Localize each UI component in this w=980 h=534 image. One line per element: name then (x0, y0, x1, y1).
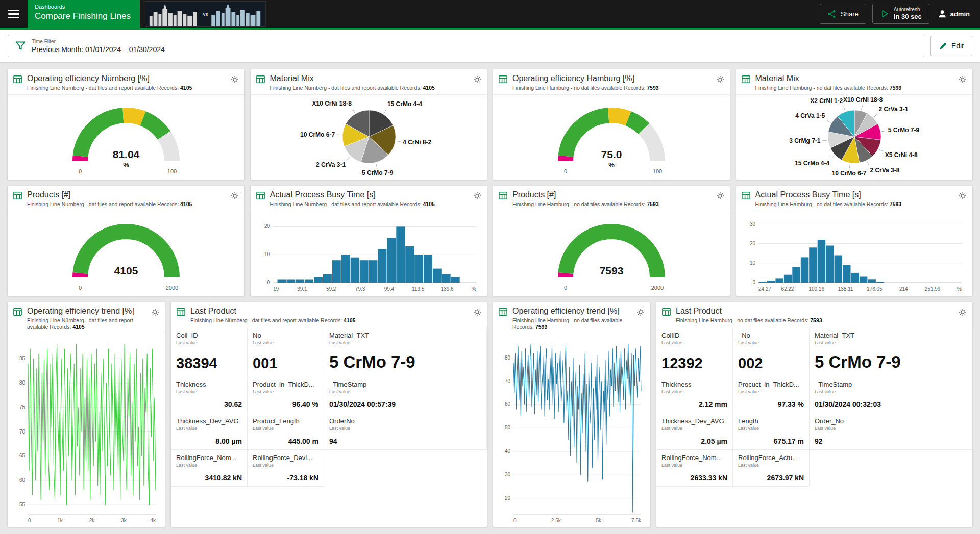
time-filter-label: Time Filter (32, 39, 165, 44)
busy-time-histogram: 010203024.2762.22100.16138.11176.0521425… (740, 212, 969, 294)
svg-text:5 CrMo 7-9: 5 CrMo 7-9 (888, 127, 919, 134)
gear-icon[interactable] (473, 191, 482, 200)
time-filter-value: Previous Month: 01/01/2024 – 01/30/2024 (32, 45, 165, 54)
gear-icon[interactable] (716, 75, 725, 84)
stat-sublabel: Last value (176, 389, 242, 394)
svg-text:X10 CrNi 18-8: X10 CrNi 18-8 (312, 100, 352, 107)
header-actions: Share Autorefresh In 30 sec admin (820, 4, 972, 24)
gear-icon[interactable] (230, 75, 239, 84)
card-title: Products [#] (512, 190, 711, 199)
funnel-icon (14, 40, 27, 52)
busy-time-histogram: 010201939.159.279.399.4119.5139.6% (255, 212, 483, 294)
svg-text:2000: 2000 (166, 285, 178, 291)
svg-text:X5 CrNi 4-8: X5 CrNi 4-8 (885, 152, 917, 159)
gear-icon[interactable] (473, 308, 482, 317)
table-icon (498, 307, 508, 317)
stat-value: 2673.97 kN (738, 474, 804, 482)
gear-icon[interactable] (230, 191, 239, 200)
stat-tile: RollingForce_Nom...Last value3410.82 kN (171, 450, 248, 487)
card-material-mix-nuernberg: Material Mix Finishing Line Nürnberg - d… (251, 69, 487, 180)
svg-text:24.27: 24.27 (758, 286, 771, 292)
stat-sublabel: Last value (253, 463, 318, 468)
stat-label: CoilID (662, 332, 727, 339)
card-title: Operating efficiency Hamburg [%] (512, 74, 711, 83)
dashboard-row-3: Operating efficiency trend [%] Finishing… (8, 302, 972, 527)
svg-text:10 CrMo 6-7: 10 CrMo 6-7 (831, 170, 866, 177)
stat-label: Thickness_Dev_AVG (176, 417, 242, 425)
svg-text:176.05: 176.05 (867, 286, 883, 292)
svg-text:2.5k: 2.5k (551, 518, 561, 523)
svg-text:0: 0 (513, 518, 517, 523)
stat-label: No (253, 332, 318, 339)
app-header: Dashboards Compare Finishing Lines v (0, 0, 980, 28)
table-icon (741, 74, 751, 84)
stat-value: 002 (738, 355, 804, 372)
stat-value: 97.33 % (738, 400, 804, 409)
svg-text:1k: 1k (57, 518, 63, 523)
user-menu[interactable]: admin (936, 9, 972, 18)
stat-tile: CoilIDLast value12392 (656, 327, 733, 376)
card-title: Last Product (190, 307, 468, 316)
page-title: Compare Finishing Lines (35, 11, 131, 21)
products-gauge: 410502000 (12, 212, 240, 294)
gear-icon[interactable] (958, 75, 967, 84)
gear-icon[interactable] (636, 308, 645, 317)
stat-label: RollingForce_Nom... (662, 454, 727, 462)
svg-text:119.5: 119.5 (412, 286, 425, 292)
stat-sublabel: Last value (738, 426, 804, 431)
gear-icon[interactable] (958, 191, 967, 200)
svg-text:75.0: 75.0 (601, 148, 622, 160)
svg-text:0: 0 (564, 285, 567, 291)
stat-tile: RollingForce_Nom...Last value2633.33 kN (656, 450, 733, 487)
card-title: Operating efficiency trend [%] (27, 307, 146, 316)
gear-icon[interactable] (958, 308, 967, 317)
stat-label: Thickness (176, 380, 242, 388)
last-product-grid: Coil_IDLast value38394NoLast value001Mat… (171, 327, 487, 487)
card-subtitle: Finishing Line Nürnberg - dat files and … (27, 201, 226, 208)
svg-text:85: 85 (19, 355, 26, 361)
user-name: admin (950, 10, 970, 18)
edit-button[interactable]: Edit (930, 36, 972, 56)
stat-tile: Procuct_in_ThickD...Last value97.33 % (733, 376, 810, 413)
pencil-icon (939, 42, 947, 50)
stat-label: RollingForce_Devi... (253, 454, 318, 462)
gear-icon[interactable] (716, 191, 725, 200)
menu-button[interactable] (0, 0, 28, 28)
card-subtitle: Finishing Line Nürnberg - dat files and … (27, 317, 146, 330)
svg-text:19: 19 (273, 286, 279, 292)
stat-label: OrderNo (329, 417, 481, 425)
products-gauge: 759302000 (497, 212, 726, 294)
card-title: Material Mix (755, 74, 954, 83)
stat-value: 12392 (662, 355, 727, 372)
stat-sublabel: Last value (329, 389, 481, 394)
svg-text:15 CrMo 4-4: 15 CrMo 4-4 (387, 101, 422, 108)
table-icon (498, 74, 508, 84)
stat-tile: Coil_IDLast value38394 (171, 327, 248, 376)
gear-icon[interactable] (151, 308, 160, 317)
svg-text:%: % (608, 161, 615, 169)
svg-text:2 CrVa 3-8: 2 CrVa 3-8 (870, 167, 899, 174)
table-icon (256, 191, 265, 200)
autorefresh-button[interactable]: Autorefresh In 30 sec (872, 4, 929, 24)
stat-sublabel: Last value (738, 389, 804, 394)
stat-tile: Order_NoLast value92 (810, 413, 972, 450)
gear-icon[interactable] (473, 75, 482, 84)
breadcrumb[interactable]: Dashboards (35, 4, 131, 10)
svg-text:0: 0 (79, 285, 82, 291)
svg-text:2 CrVa 3-1: 2 CrVa 3-1 (316, 161, 346, 168)
time-filter[interactable]: Time Filter Previous Month: 01/01/2024 –… (8, 35, 924, 57)
svg-text:4k: 4k (150, 518, 156, 523)
stat-tile: Product_LengthLast value445.00 m (248, 413, 324, 450)
svg-text:99.4: 99.4 (384, 286, 394, 292)
svg-text:50: 50 (505, 425, 511, 431)
svg-text:10 CrMo 6-7: 10 CrMo 6-7 (300, 131, 335, 138)
table-icon (13, 307, 22, 317)
share-button[interactable]: Share (820, 4, 866, 24)
stat-label: Order_No (815, 417, 967, 425)
card-subtitle: Finishing Line Hamburg - no dat files av… (755, 201, 954, 208)
stat-value: 2.12 mm (662, 400, 727, 409)
stat-sublabel: Last value (815, 340, 967, 345)
efficiency-gauge: 75.0%0100 (497, 96, 726, 177)
svg-text:2 CrVa 3-1: 2 CrVa 3-1 (878, 106, 908, 113)
stat-sublabel: Last value (176, 463, 242, 468)
